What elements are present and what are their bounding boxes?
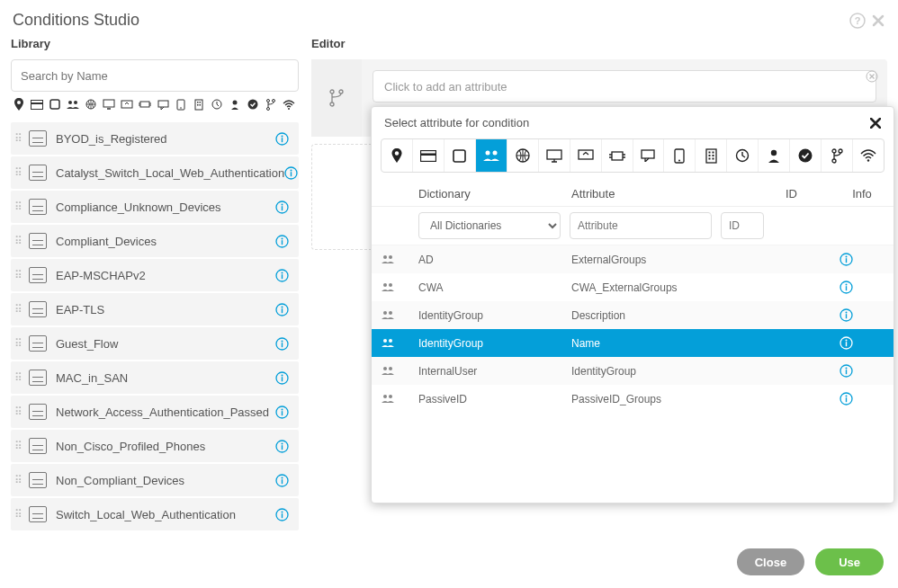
filter-card-icon[interactable] bbox=[413, 139, 445, 172]
attribute-row[interactable]: InternalUser IdentityGroup bbox=[372, 357, 894, 385]
library-item[interactable]: ⠿ Non_Cisco_Profiled_Phones bbox=[11, 430, 299, 462]
msg-icon[interactable] bbox=[155, 97, 171, 111]
library-item[interactable]: ⠿ Network_Access_Authentication_Passed bbox=[11, 396, 299, 428]
use-button[interactable]: Use bbox=[815, 548, 884, 575]
info-icon[interactable] bbox=[275, 303, 292, 316]
filter-building-icon[interactable] bbox=[696, 139, 727, 172]
popup-close-icon[interactable] bbox=[870, 118, 881, 129]
building-icon[interactable] bbox=[191, 97, 207, 111]
info-icon[interactable] bbox=[275, 132, 292, 146]
pin-icon[interactable] bbox=[11, 97, 27, 111]
info-icon[interactable] bbox=[275, 269, 292, 282]
search-input[interactable] bbox=[11, 59, 299, 92]
info-icon[interactable] bbox=[275, 371, 292, 385]
filter-monitor-icon[interactable] bbox=[539, 139, 570, 172]
drag-handle-icon[interactable]: ⠿ bbox=[14, 200, 29, 213]
attribute-filter-input[interactable] bbox=[570, 212, 712, 239]
info-icon[interactable] bbox=[275, 508, 292, 521]
check-icon[interactable] bbox=[245, 97, 261, 111]
chip-icon[interactable] bbox=[137, 97, 153, 111]
filter-square-icon[interactable] bbox=[445, 139, 476, 172]
drag-handle-icon[interactable]: ⠿ bbox=[14, 132, 29, 145]
library-item[interactable]: ⠿ Catalyst_Switch_Local_Web_Authenticati… bbox=[11, 156, 299, 189]
attribute-input[interactable]: Click to add an attribute bbox=[373, 70, 876, 102]
attribute-row[interactable]: IdentityGroup Name bbox=[372, 329, 894, 357]
clear-attribute-icon[interactable] bbox=[866, 70, 878, 83]
filter-msg-icon[interactable] bbox=[633, 139, 665, 172]
group-icon[interactable] bbox=[65, 97, 81, 111]
library-item[interactable]: ⠿ EAP-TLS bbox=[11, 293, 299, 325]
library-item[interactable]: ⠿ Switch_Local_Web_Authentication bbox=[11, 498, 299, 530]
svg-rect-74 bbox=[547, 150, 561, 159]
drag-handle-icon[interactable]: ⠿ bbox=[14, 474, 29, 486]
info-icon[interactable] bbox=[275, 337, 292, 351]
drag-handle-icon[interactable]: ⠿ bbox=[14, 405, 29, 418]
filter-clock-icon[interactable] bbox=[727, 139, 759, 172]
id-filter-input[interactable] bbox=[721, 212, 764, 239]
drag-handle-icon[interactable]: ⠿ bbox=[14, 337, 29, 350]
info-icon[interactable] bbox=[840, 336, 885, 350]
attribute-row[interactable]: AD ExternalGroups bbox=[372, 245, 894, 273]
filter-device-icon[interactable] bbox=[664, 139, 696, 172]
wifi-icon[interactable] bbox=[281, 97, 297, 111]
filter-check-icon[interactable] bbox=[790, 139, 822, 172]
filter-branch-icon[interactable] bbox=[822, 139, 853, 172]
globe-icon[interactable] bbox=[83, 97, 99, 111]
monitor-icon[interactable] bbox=[101, 97, 117, 111]
popup-title: Select attribute for condition bbox=[384, 116, 529, 129]
svg-point-61 bbox=[282, 511, 283, 512]
drag-handle-icon[interactable]: ⠿ bbox=[14, 166, 29, 179]
drag-handle-icon[interactable]: ⠿ bbox=[14, 508, 29, 521]
filter-globe-icon[interactable] bbox=[507, 139, 539, 172]
info-icon[interactable] bbox=[840, 308, 885, 322]
filter-present-icon[interactable] bbox=[570, 139, 602, 172]
library-item[interactable]: ⠿ EAP-MSCHAPv2 bbox=[11, 259, 299, 291]
attribute-row[interactable]: CWA CWA_ExternalGroups bbox=[372, 273, 894, 301]
info-icon[interactable] bbox=[840, 281, 885, 294]
drag-handle-icon[interactable]: ⠿ bbox=[14, 269, 29, 281]
info-icon[interactable] bbox=[275, 200, 292, 214]
attribute-row[interactable]: PassiveID PassiveID_Groups bbox=[372, 385, 894, 413]
svg-rect-59 bbox=[282, 479, 283, 484]
user-icon[interactable] bbox=[227, 97, 243, 111]
svg-rect-5 bbox=[50, 100, 59, 109]
library-item[interactable]: ⠿ BYOD_is_Registered bbox=[11, 122, 299, 155]
help-icon[interactable]: ? bbox=[849, 13, 866, 29]
drag-handle-icon[interactable]: ⠿ bbox=[14, 440, 29, 452]
drag-handle-icon[interactable]: ⠿ bbox=[14, 303, 29, 316]
svg-rect-35 bbox=[282, 206, 283, 210]
library-item[interactable]: ⠿ MAC_in_SAN bbox=[11, 361, 299, 394]
filter-group-icon[interactable] bbox=[476, 139, 507, 172]
info-icon[interactable] bbox=[275, 474, 292, 487]
info-icon[interactable] bbox=[284, 166, 298, 180]
clock-icon[interactable] bbox=[209, 97, 225, 111]
info-icon[interactable] bbox=[275, 235, 292, 248]
attribute-row[interactable]: IdentityGroup Description bbox=[372, 301, 894, 329]
library-item[interactable]: ⠿ Compliant_Devices bbox=[11, 225, 299, 257]
library-item[interactable]: ⠿ Non_Compliant_Devices bbox=[11, 464, 299, 496]
drag-handle-icon[interactable]: ⠿ bbox=[14, 235, 29, 247]
info-icon[interactable] bbox=[840, 253, 885, 266]
close-icon[interactable] bbox=[871, 13, 885, 28]
filter-pin-icon[interactable] bbox=[382, 139, 413, 172]
library-item[interactable]: ⠿ Guest_Flow bbox=[11, 327, 299, 360]
filter-wifi-icon[interactable] bbox=[853, 139, 884, 172]
filter-chip-icon[interactable] bbox=[602, 139, 633, 172]
info-icon[interactable] bbox=[275, 405, 292, 419]
dictionary-filter-select[interactable]: All Dictionaries bbox=[418, 212, 561, 239]
condition-icon bbox=[29, 404, 47, 420]
card-icon[interactable] bbox=[29, 97, 45, 111]
filter-user-icon[interactable] bbox=[759, 139, 790, 172]
branch-icon[interactable] bbox=[263, 97, 279, 111]
library-item[interactable]: ⠿ Compliance_Unknown_Devices bbox=[11, 191, 299, 223]
drag-handle-icon[interactable]: ⠿ bbox=[14, 371, 29, 384]
square-icon[interactable] bbox=[47, 97, 63, 111]
device-icon[interactable] bbox=[173, 97, 189, 111]
info-icon[interactable] bbox=[840, 392, 885, 405]
info-icon[interactable] bbox=[275, 440, 292, 453]
present-icon[interactable] bbox=[119, 97, 135, 111]
close-button[interactable]: Close bbox=[737, 548, 804, 575]
condition-icon bbox=[29, 165, 47, 181]
info-icon[interactable] bbox=[840, 364, 885, 378]
library-item-label: Compliance_Unknown_Devices bbox=[56, 200, 275, 214]
